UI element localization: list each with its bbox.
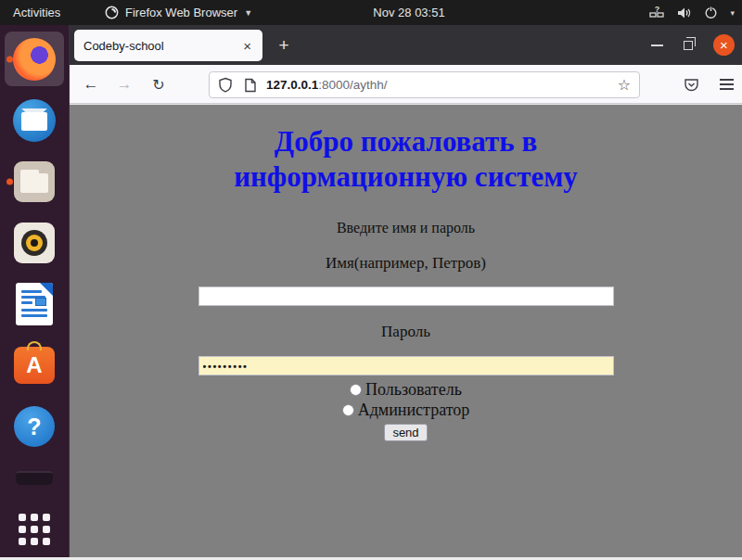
- url-domain: 127.0.0.1: [266, 78, 318, 92]
- bookmark-star-icon[interactable]: ☆: [618, 76, 631, 94]
- rhythmbox-icon: [14, 223, 55, 263]
- app-menu[interactable]: Firefox Web Browser ▼: [105, 0, 252, 25]
- new-tab-button[interactable]: +: [271, 33, 297, 57]
- thunderbird-icon: [13, 99, 56, 142]
- radio-admin[interactable]: [342, 404, 354, 416]
- radio-user-label: Пользователь: [365, 380, 462, 400]
- hamburger-menu-button[interactable]: [712, 65, 740, 104]
- send-button[interactable]: send: [384, 424, 427, 441]
- files-icon: [14, 161, 55, 202]
- pocket-icon: [684, 77, 699, 93]
- restore-button[interactable]: [684, 41, 693, 50]
- dock-item-ubuntu-software[interactable]: A: [5, 338, 64, 393]
- tray-caret-icon: ▾: [730, 8, 735, 18]
- tab-title: Codeby-school: [83, 39, 241, 53]
- system-top-bar: Activities Firefox Web Browser ▼ Nov 28 …: [0, 0, 742, 25]
- intro-text: Введите имя и пароль: [70, 220, 742, 236]
- role-option-user[interactable]: Пользователь: [70, 380, 742, 400]
- radio-user[interactable]: [350, 384, 362, 396]
- running-indicator: [6, 178, 13, 185]
- close-button[interactable]: ×: [713, 34, 735, 56]
- system-tray[interactable]: ? ▾: [649, 0, 735, 25]
- page-title: Добро пожаловать в информационную систем…: [70, 124, 742, 195]
- page-content: Добро пожаловать в информационную систем…: [70, 105, 742, 557]
- reload-button[interactable]: ↻: [145, 65, 173, 104]
- firefox-symbolic-icon: [105, 6, 119, 19]
- hamburger-icon: [720, 79, 734, 81]
- radio-admin-label: Администратор: [358, 401, 470, 420]
- pocket-button[interactable]: [677, 65, 705, 104]
- app-grid-icon: [17, 512, 52, 547]
- back-button[interactable]: ←: [77, 65, 105, 104]
- role-option-admin[interactable]: Администратор: [70, 401, 742, 420]
- network-status-icon: ?: [649, 6, 665, 19]
- dock-item-firefox[interactable]: [5, 32, 64, 86]
- clock[interactable]: Nov 28 03:51: [373, 0, 444, 25]
- activities-button[interactable]: Activities: [13, 0, 60, 25]
- firefox-window: Codeby-school × + × ← → ↻ 127.0.0.1:8000…: [70, 25, 742, 557]
- password-label: Пароль: [70, 323, 742, 341]
- shield-permissions-icon[interactable]: [218, 77, 233, 93]
- window-controls: ×: [651, 25, 735, 65]
- password-input[interactable]: [198, 356, 614, 375]
- running-indicator: [6, 56, 13, 62]
- dock: A ?: [0, 25, 70, 557]
- dock-item-files[interactable]: [5, 154, 64, 209]
- help-icon: ?: [14, 406, 55, 447]
- volume-icon: [677, 6, 692, 19]
- minimize-button[interactable]: [651, 45, 663, 46]
- url-bar[interactable]: 127.0.0.1:8000/aythh/ ☆: [209, 71, 640, 98]
- forward-button[interactable]: →: [110, 65, 138, 104]
- url-text[interactable]: 127.0.0.1:8000/aythh/: [266, 78, 612, 92]
- dock-item-help[interactable]: ?: [5, 400, 64, 454]
- dock-item-show-applications[interactable]: [5, 503, 64, 557]
- dock-item-trash[interactable]: [5, 461, 64, 496]
- tab-close-icon[interactable]: ×: [241, 38, 253, 54]
- libreoffice-writer-icon: [16, 283, 53, 325]
- name-label: Имя(например, Петров): [70, 254, 742, 273]
- app-menu-caret-icon: ▼: [244, 8, 252, 18]
- app-menu-label: Firefox Web Browser: [125, 6, 237, 19]
- dock-item-libreoffice-writer[interactable]: [5, 276, 64, 331]
- name-input[interactable]: [198, 286, 614, 306]
- tab-codeby-school[interactable]: Codeby-school ×: [74, 30, 262, 61]
- trash-icon: [16, 471, 53, 485]
- dock-item-thunderbird[interactable]: [5, 93, 64, 147]
- ubuntu-software-icon: A: [14, 347, 55, 384]
- firefox-icon: [13, 38, 56, 81]
- url-path: :8000/aythh/: [318, 78, 387, 92]
- dock-item-rhythmbox[interactable]: [5, 215, 64, 270]
- svg-text:?: ?: [655, 6, 660, 14]
- page-info-icon[interactable]: [244, 78, 257, 93]
- power-icon: [704, 6, 718, 19]
- navigation-toolbar: ← → ↻ 127.0.0.1:8000/aythh/ ☆: [70, 65, 742, 104]
- tab-bar: Codeby-school × + ×: [70, 25, 742, 65]
